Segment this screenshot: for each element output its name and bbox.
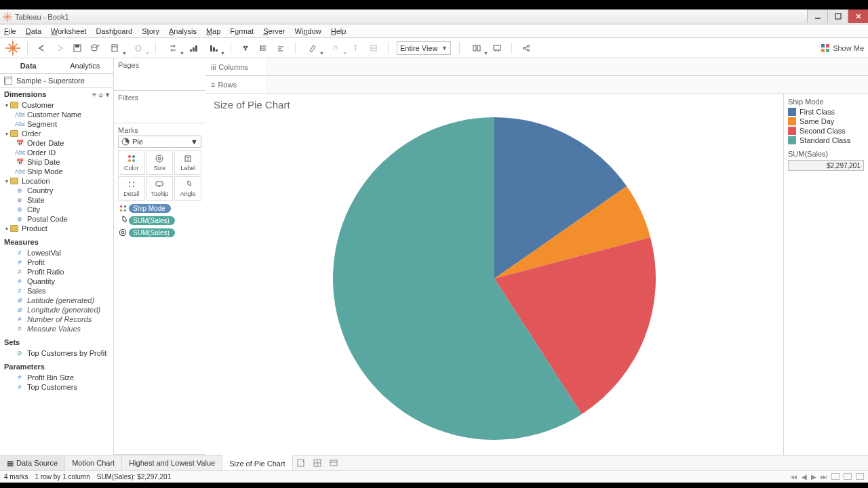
dim-field[interactable]: AbcSegment (0, 119, 113, 129)
totals-button[interactable] (256, 41, 271, 56)
marks-label[interactable]: TLabel (174, 150, 201, 175)
highlight-button[interactable]: ▼ (302, 41, 323, 56)
menu-file[interactable]: File (4, 27, 16, 35)
measure-field[interactable]: ⊕Longitude (generated) (0, 305, 113, 314)
dim-field[interactable]: ⊕State (0, 195, 113, 205)
dim-group-order[interactable]: Order (0, 129, 113, 138)
measure-field[interactable]: ⊕Latitude (generated) (0, 296, 113, 305)
nav-next-icon[interactable]: ▶ (811, 473, 816, 481)
new-worksheet-button[interactable]: ▼ (105, 41, 125, 56)
dim-group-location[interactable]: Location (0, 176, 113, 186)
measure-field[interactable]: #Profit Ratio (0, 267, 113, 277)
text-button[interactable]: T (349, 41, 363, 56)
save-button[interactable] (70, 41, 85, 56)
sheet-tab[interactable]: Highest and Lowest Value (122, 455, 222, 470)
menu-dashboard[interactable]: Dashboard (96, 27, 132, 35)
nav-last-icon[interactable]: ⏭ (821, 473, 827, 481)
attach-button[interactable]: ▼ (326, 41, 346, 56)
marks-tooltip[interactable]: Tooltip (146, 176, 174, 201)
view-canvas[interactable]: Size of Pie Chart (205, 94, 783, 455)
undo-button[interactable] (35, 41, 50, 56)
maximize-button[interactable] (827, 9, 848, 23)
menu-analysis[interactable]: Analysis (169, 27, 197, 35)
columns-shelf[interactable]: iiiColumns (205, 58, 868, 76)
share-button[interactable] (519, 41, 534, 56)
show-labels-button[interactable] (273, 41, 288, 56)
pages-shelf[interactable]: Pages (114, 58, 205, 91)
parameter-field[interactable]: #Top Customers (0, 382, 113, 392)
menu-story[interactable]: Story (142, 27, 159, 35)
marks-type-dropdown[interactable]: Pie ▼ (118, 136, 201, 148)
menu-map[interactable]: Map (206, 27, 220, 35)
sheets-view-icon[interactable] (856, 473, 864, 480)
marks-pill[interactable]: SUM(Sales) (118, 216, 201, 225)
presentation-button[interactable] (490, 41, 505, 56)
menu-window[interactable]: Window (295, 27, 321, 35)
redo-button[interactable] (52, 41, 67, 56)
viz-title[interactable]: Size of Pie Chart (214, 99, 775, 110)
swap-button[interactable]: ▼ (163, 41, 183, 56)
menu-format[interactable]: Format (230, 27, 254, 35)
set-field[interactable]: ⊘Top Customers by Profit (0, 348, 113, 358)
pie-chart[interactable] (332, 116, 657, 441)
legend-item[interactable]: First Class (788, 108, 864, 116)
filters-shelf[interactable]: Filters (114, 91, 205, 123)
marks-pill[interactable]: SUM(Sales) (118, 228, 201, 237)
search-icon[interactable]: ⌕ (99, 91, 103, 98)
dim-field[interactable]: ⊕City (0, 205, 113, 214)
refresh-button[interactable]: ▼ (128, 41, 149, 56)
tab-data-source[interactable]: ▦Data Source (0, 455, 65, 470)
dim-field[interactable]: AbcOrder ID (0, 148, 113, 157)
legend-item[interactable]: Same Day (788, 117, 864, 125)
legend-item[interactable]: Standard Class (788, 136, 864, 144)
dim-field[interactable]: 📅Order Date (0, 138, 113, 148)
new-dashboard-button[interactable] (309, 455, 326, 470)
show-cards-button[interactable]: ▼ (467, 41, 487, 56)
marks-angle[interactable]: Angle (174, 176, 201, 201)
marks-detail[interactable]: Detail (118, 176, 145, 201)
show-me-button[interactable]: Show Me (821, 43, 864, 53)
dim-field[interactable]: 📅Ship Date (0, 157, 113, 167)
menu-worksheet[interactable]: Worksheet (51, 27, 86, 35)
legend-item[interactable]: Second Class (788, 127, 864, 135)
sheet-tab[interactable]: Size of Pie Chart (222, 455, 293, 470)
measure-field[interactable]: #LowestVal (0, 248, 113, 258)
tabs-view-icon[interactable] (831, 473, 840, 480)
menu-help[interactable]: Help (331, 27, 347, 35)
marks-color[interactable]: Color (118, 150, 145, 175)
dim-field[interactable]: AbcCustomer Name (0, 110, 113, 119)
marks-pill[interactable]: Ship Mode (118, 203, 201, 213)
menu-data[interactable]: Data (26, 27, 41, 35)
menu-server[interactable]: Server (263, 27, 285, 35)
rows-shelf[interactable]: ≡Rows (205, 76, 868, 94)
tab-analytics[interactable]: Analytics (57, 58, 114, 73)
measure-field[interactable]: #Quantity (0, 277, 113, 286)
dim-field[interactable]: ⊕Country (0, 186, 113, 195)
new-datasource-button[interactable]: + (87, 41, 102, 56)
dim-field[interactable]: AbcShip Mode (0, 167, 113, 176)
parameter-field[interactable]: #Profit Bin Size (0, 373, 113, 382)
dim-field[interactable]: ⊕Postal Code (0, 214, 113, 224)
sort-asc-button[interactable] (186, 41, 201, 56)
new-sheet-button[interactable]: + (293, 455, 309, 470)
minimize-button[interactable] (807, 9, 827, 23)
menu-icon[interactable]: ▾ (106, 91, 109, 98)
measure-field[interactable]: #Profit (0, 258, 113, 267)
nav-first-icon[interactable]: ⏮ (791, 473, 797, 481)
group-button[interactable] (238, 41, 253, 56)
measure-field[interactable]: #Number of Records (0, 314, 113, 324)
datasource-item[interactable]: Sample - Superstore (0, 74, 113, 88)
filmstrip-view-icon[interactable] (844, 473, 852, 480)
fit-mode-dropdown[interactable]: Entire View▼ (397, 41, 451, 55)
dim-group-product[interactable]: Product (0, 224, 113, 233)
dim-group-customer[interactable]: Customer (0, 100, 113, 110)
nav-prev-icon[interactable]: ◀ (802, 473, 807, 481)
view-list-icon[interactable]: ≡ (92, 91, 96, 98)
measure-field[interactable]: #Sales (0, 286, 113, 296)
fit-axes-button[interactable] (366, 41, 381, 56)
close-button[interactable] (848, 9, 868, 23)
tab-data[interactable]: Data (0, 58, 57, 73)
tableau-home-icon[interactable] (5, 41, 20, 56)
size-legend-value[interactable]: $2,297,201 (788, 160, 864, 171)
new-story-button[interactable] (326, 455, 342, 470)
